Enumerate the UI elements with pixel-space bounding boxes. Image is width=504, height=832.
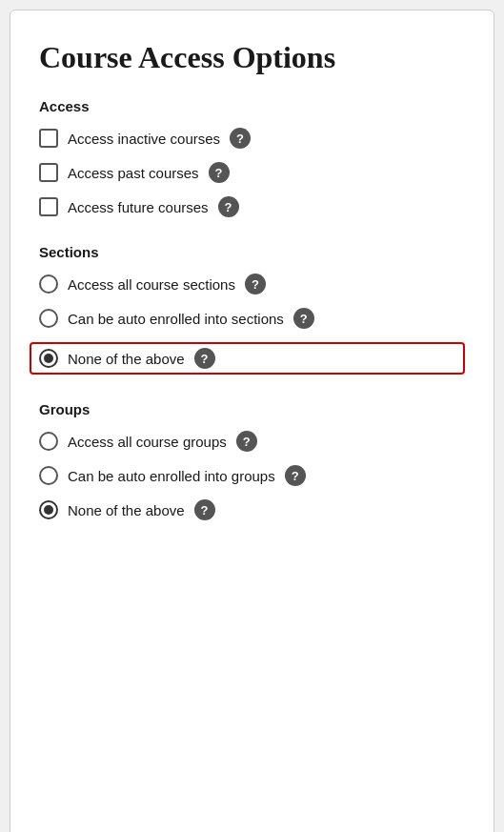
help-icon-groups-none[interactable]: ? [194, 499, 215, 520]
help-icon-sections-auto[interactable]: ? [293, 308, 314, 329]
help-icon-access-inactive[interactable]: ? [230, 128, 251, 149]
label-access-inactive: Access inactive courses [68, 131, 220, 147]
help-icon-sections-all[interactable]: ? [245, 274, 266, 294]
help-icon-access-past[interactable]: ? [209, 162, 230, 183]
label-sections-all: Access all course sections [68, 276, 235, 293]
radio-sections-all[interactable] [39, 274, 58, 294]
checkbox-access-future[interactable] [39, 197, 58, 216]
section-label-access: Access [39, 98, 465, 114]
option-row-access-future: Access future courses? [39, 196, 465, 217]
radio-sections-auto[interactable] [39, 309, 58, 328]
option-row-groups-auto: Can be auto enrolled into groups? [39, 465, 465, 486]
label-access-past: Access past courses [68, 165, 199, 181]
section-groups: GroupsAccess all course groups?Can be au… [39, 401, 465, 520]
option-row-sections-auto: Can be auto enrolled into sections? [39, 308, 465, 329]
section-label-groups: Groups [39, 401, 465, 417]
section-access: AccessAccess inactive courses?Access pas… [39, 98, 465, 217]
label-groups-all: Access all course groups [68, 434, 227, 450]
help-icon-access-future[interactable]: ? [218, 196, 239, 217]
radio-groups-none[interactable] [39, 500, 58, 519]
label-groups-none: None of the above [68, 502, 185, 518]
option-row-sections-none: None of the above? [30, 342, 465, 375]
label-access-future: Access future courses [68, 199, 209, 215]
help-icon-groups-all[interactable]: ? [236, 431, 257, 452]
radio-sections-none[interactable] [39, 349, 58, 368]
option-row-groups-all: Access all course groups? [39, 431, 465, 452]
section-label-sections: Sections [39, 244, 465, 260]
sections-container: AccessAccess inactive courses?Access pas… [39, 98, 465, 520]
help-icon-sections-none[interactable]: ? [194, 348, 215, 369]
course-access-options-card: Course Access Options AccessAccess inact… [10, 10, 494, 832]
option-row-sections-all: Access all course sections? [39, 274, 465, 294]
checkbox-access-inactive[interactable] [39, 129, 58, 148]
option-row-access-past: Access past courses? [39, 162, 465, 183]
section-sections: SectionsAccess all course sections?Can b… [39, 244, 465, 375]
label-sections-auto: Can be auto enrolled into sections [68, 311, 284, 327]
option-row-groups-none: None of the above? [39, 499, 465, 520]
radio-groups-all[interactable] [39, 432, 58, 451]
page-title: Course Access Options [39, 39, 465, 75]
help-icon-groups-auto[interactable]: ? [285, 465, 306, 486]
label-sections-none: None of the above [68, 351, 185, 367]
label-groups-auto: Can be auto enrolled into groups [68, 468, 275, 484]
checkbox-access-past[interactable] [39, 163, 58, 182]
option-row-access-inactive: Access inactive courses? [39, 128, 465, 149]
radio-groups-auto[interactable] [39, 466, 58, 485]
